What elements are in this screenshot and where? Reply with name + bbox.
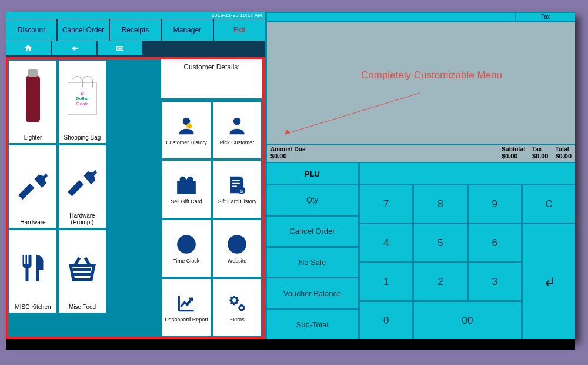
keypad-area: Qty Cancel Order No Sale Voucher Balance…	[267, 185, 575, 339]
bag-icon: DDollarDealz	[65, 63, 100, 134]
svg-text:!: !	[189, 124, 190, 129]
key-5[interactable]: 5	[414, 224, 466, 261]
qty-button[interactable]: Qty	[267, 185, 358, 215]
key-clear[interactable]: C	[523, 185, 575, 223]
lighter-icon	[15, 63, 51, 134]
key-2[interactable]: 2	[414, 263, 466, 300]
key-1[interactable]: 1	[360, 263, 412, 300]
sell-gift-card-button[interactable]: Sell Gift Card	[161, 160, 212, 218]
enter-icon	[541, 274, 556, 290]
dashboard-report-button[interactable]: Dashboard Report	[161, 278, 212, 337]
key-9[interactable]: 9	[469, 185, 521, 223]
key-enter[interactable]	[523, 224, 575, 339]
svg-line-13	[285, 93, 420, 134]
home-button[interactable]	[6, 41, 51, 55]
pos-app: 2019-11-26 10:17 AM Discount Cancel Orde…	[6, 12, 575, 339]
no-sale-button[interactable]: No Sale	[267, 248, 358, 277]
time-clock-button[interactable]: Time Clock	[161, 219, 212, 278]
numeric-keypad: 7 8 9 C 4 5 6 1 2 3 0 00	[360, 185, 575, 339]
basket-icon	[65, 233, 100, 304]
invoice-icon: $	[226, 174, 248, 196]
receipts-button[interactable]: Receipts	[110, 19, 161, 41]
svg-text:$: $	[240, 188, 243, 194]
exit-button[interactable]: Exit	[214, 19, 265, 41]
top-button-bar: Discount Cancel Order Receipts Manager E…	[6, 19, 265, 41]
callout-arrow-icon	[279, 93, 426, 140]
pick-customer-button[interactable]: Pick Customer	[212, 101, 262, 160]
plu-row: PLU	[267, 163, 575, 184]
key-7[interactable]: 7	[360, 185, 412, 223]
customer-grid: ! Customer History Pick Customer Sell Gi…	[161, 101, 262, 337]
plu-input[interactable]	[360, 163, 575, 184]
back-button[interactable]	[52, 41, 96, 55]
clock: 2019-11-26 10:17 AM	[6, 12, 265, 19]
tax-column-label: Tax	[516, 13, 575, 21]
hammer-icon	[65, 148, 100, 213]
extras-button[interactable]: Extras	[212, 278, 262, 337]
globe-icon	[226, 233, 248, 256]
gift-card-history-button[interactable]: $ Gift Card History	[212, 160, 262, 218]
tile-hardware[interactable]: Hardware	[9, 145, 56, 228]
totals-bar: Amount Due $0.00 Subtotal$0.00 Tax$0.00 …	[267, 145, 575, 162]
tile-misc-kitchen[interactable]: MISC Kitchen	[9, 230, 56, 313]
key-4[interactable]: 4	[360, 224, 412, 261]
callout-text: Completely Customizable Menu	[361, 69, 502, 81]
manager-button[interactable]: Manager	[162, 19, 212, 41]
tile-hardware-prompt[interactable]: Hardware (Prompt)	[59, 145, 106, 228]
svg-point-5	[233, 118, 241, 125]
customer-details-header: Customer Details:	[161, 59, 262, 101]
keyboard-icon	[115, 44, 125, 53]
nav-icon-row	[6, 41, 265, 57]
svg-point-12	[239, 306, 244, 310]
voucher-balance-button[interactable]: Voucher Balance	[267, 278, 358, 308]
tile-shopping-bag[interactable]: DDollarDealz Shopping Bag	[59, 61, 106, 143]
customer-column: Customer Details: ! Customer History Pic…	[161, 59, 262, 337]
amount-due-label: Amount Due	[270, 146, 495, 152]
person-icon	[226, 115, 248, 137]
order-list[interactable]: Completely Customizable Menu	[267, 22, 575, 144]
total-value: $0.00	[555, 152, 572, 160]
hammer-icon	[15, 148, 51, 219]
customer-history-button[interactable]: ! Customer History	[161, 101, 212, 160]
person-alert-icon: !	[175, 115, 198, 137]
utensils-icon	[15, 233, 51, 304]
key-00[interactable]: 00	[414, 302, 521, 339]
key-6[interactable]: 6	[469, 224, 521, 261]
home-icon	[24, 44, 33, 53]
clock-icon	[175, 233, 198, 256]
gears-icon	[226, 292, 248, 314]
plu-label: PLU	[267, 163, 358, 184]
chart-icon	[175, 292, 198, 314]
back-arrow-icon	[69, 44, 79, 53]
function-keys: Qty Cancel Order No Sale Voucher Balance…	[267, 185, 358, 339]
cancel-order-button[interactable]: Cancel Order	[58, 19, 108, 41]
product-tiles: Lighter DDollarDealz Shopping Bag Hardwa…	[8, 59, 108, 337]
cancel-order-key[interactable]: Cancel Order	[267, 217, 358, 246]
tax-value: $0.00	[532, 152, 549, 160]
tile-lighter[interactable]: Lighter	[9, 61, 56, 143]
website-button[interactable]: Website	[212, 219, 262, 278]
order-header: Tax	[267, 13, 575, 21]
menu-area: Lighter DDollarDealz Shopping Bag Hardwa…	[6, 57, 265, 339]
key-3[interactable]: 3	[469, 263, 521, 300]
amount-due-value: $0.00	[270, 152, 495, 160]
tile-misc-food[interactable]: Misc Food	[59, 230, 106, 313]
svg-rect-1	[118, 48, 121, 49]
gift-icon	[175, 174, 198, 196]
key-0[interactable]: 0	[360, 302, 412, 339]
key-8[interactable]: 8	[414, 185, 466, 223]
left-panel: 2019-11-26 10:17 AM Discount Cancel Orde…	[6, 12, 265, 339]
right-panel: Tax Completely Customizable Menu Amount …	[265, 12, 575, 339]
subtotal-value: $0.00	[502, 152, 525, 160]
subtotal-button[interactable]: Sub-Total	[267, 310, 358, 339]
discount-button[interactable]: Discount	[6, 19, 56, 41]
menu-gap	[108, 59, 161, 337]
keyboard-button[interactable]	[98, 41, 142, 55]
